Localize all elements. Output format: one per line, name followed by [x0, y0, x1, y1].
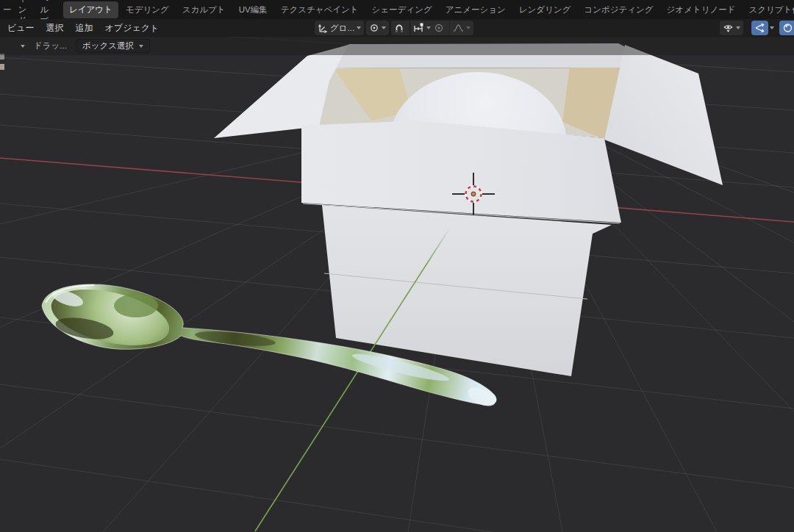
gizmos-dropdown[interactable]	[767, 21, 777, 35]
viewport-3d[interactable]	[0, 37, 794, 532]
menu-view[interactable]: ビュー	[1, 22, 40, 35]
tool-settings-bar: ドラッ... ボックス選択	[0, 37, 794, 55]
tab-uv-editing[interactable]: UV編集	[233, 1, 273, 18]
chevron-down-icon	[139, 45, 143, 48]
falloff-curve-icon	[453, 23, 464, 33]
tab-sculpting[interactable]: スカルプト	[176, 1, 232, 18]
snap-magnet-icon	[394, 23, 404, 33]
pivot-point-dropdown[interactable]	[366, 21, 389, 35]
show-gizmos-button[interactable]	[751, 21, 768, 35]
topbar: ー ウィンドウ ヘルプ レイアウト モデリング スカルプト UV編集 テクスチャ…	[0, 0, 794, 19]
pivot-point-icon	[369, 23, 379, 33]
clipped-menu-fragment[interactable]: ー	[3, 4, 12, 15]
viewport-shading-button[interactable]	[779, 21, 794, 35]
shading-sphere-icon	[782, 23, 793, 33]
chevron-down-icon	[466, 26, 471, 29]
active-tool-label[interactable]: ドラッ...	[34, 40, 67, 51]
transform-orientation-icon	[318, 23, 328, 33]
tab-animation[interactable]: アニメーション	[440, 1, 512, 18]
visibility-eye-icon	[723, 23, 734, 33]
spoon-tree-reflection	[114, 294, 158, 317]
falloff-dropdown[interactable]	[449, 21, 473, 35]
chevron-down-icon	[736, 26, 740, 29]
snap-target-icon	[413, 23, 424, 33]
tab-compositing[interactable]: コンポジティング	[578, 1, 659, 18]
menu-add[interactable]: 追加	[70, 22, 99, 35]
transform-orientation-dropdown[interactable]: グロ...	[315, 21, 364, 35]
viewport-header: ビュー 選択 追加 オブジェクト グロ...	[0, 19, 794, 37]
menu-select[interactable]: 選択	[40, 22, 70, 35]
proportional-edit-group	[431, 21, 473, 35]
clipped-toolbar-fragment	[0, 64, 4, 70]
tab-modeling[interactable]: モデリング	[120, 1, 175, 18]
chevron-down-icon	[770, 26, 774, 29]
workspace-tabs: レイアウト モデリング スカルプト UV編集 テクスチャペイント シェーディング…	[62, 0, 794, 19]
menu-object[interactable]: オブジェクト	[99, 22, 165, 35]
snap-toggle-button[interactable]	[391, 21, 407, 35]
tab-scripting[interactable]: スクリプト作成	[743, 1, 794, 18]
tab-layout[interactable]: レイアウト	[63, 1, 118, 18]
tab-geometry-nodes[interactable]: ジオメトリノード	[661, 1, 742, 18]
proportional-edit-toggle[interactable]	[431, 21, 447, 35]
tool-dropdown-chevron-icon[interactable]	[21, 45, 25, 48]
tab-texture-paint[interactable]: テクスチャペイント	[275, 1, 365, 18]
proportional-editing-icon	[434, 23, 444, 33]
tab-shading[interactable]: シェーディング	[366, 1, 438, 18]
gizmo-visibility-dropdown[interactable]	[720, 21, 743, 35]
gizmos-arrows-icon	[754, 23, 765, 33]
chevron-down-icon	[357, 26, 361, 29]
tab-rendering[interactable]: レンダリング	[513, 1, 577, 18]
snap-group	[391, 21, 434, 35]
select-mode-value: ボックス選択	[82, 40, 134, 51]
chevron-down-icon	[382, 26, 386, 29]
blender-window: ー ウィンドウ ヘルプ レイアウト モデリング スカルプト UV編集 テクスチャ…	[0, 0, 794, 532]
select-mode-dropdown[interactable]: ボックス選択	[76, 39, 150, 53]
transform-orientation-value: グロ...	[330, 23, 354, 34]
